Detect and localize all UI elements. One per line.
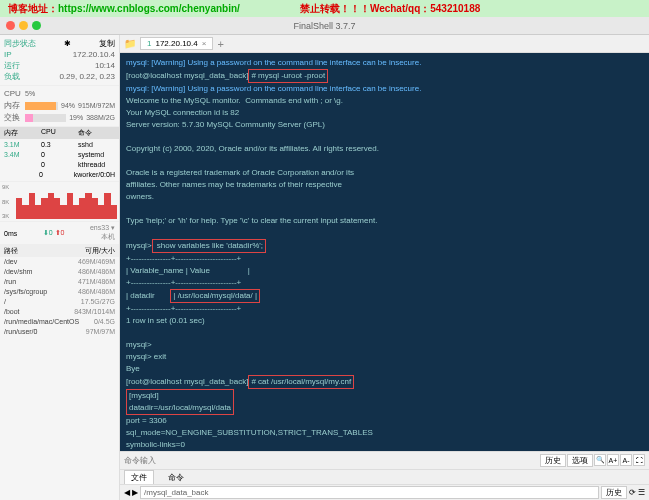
url-value: https://www.cnblogs.com/chenyanbin/ xyxy=(58,3,240,14)
path-field[interactable]: /mysql_data_back xyxy=(140,486,599,499)
command-input-bar: 历史 选项 🔍 A+ A- ⛶ xyxy=(120,451,649,469)
menu-icon[interactable]: ☰ xyxy=(638,488,645,497)
mem-label: 内存 xyxy=(4,100,22,112)
load-label: 负载 xyxy=(4,71,20,82)
tab-session[interactable]: 1172.20.10.4× xyxy=(140,37,213,50)
mem-bar xyxy=(25,102,58,110)
folder-icon[interactable]: 📁 xyxy=(124,38,136,49)
tabs: 📁 1172.20.10.4× + xyxy=(120,35,649,53)
latency: 0ms xyxy=(4,230,17,237)
minimize-icon[interactable] xyxy=(19,21,28,30)
disk-row[interactable]: /sys/fs/cgroup486M/486M xyxy=(4,287,115,297)
cpu-label: CPU xyxy=(4,88,22,100)
swap-sz: 388M/2G xyxy=(86,112,115,124)
swap-bar xyxy=(25,114,66,122)
disk-row[interactable]: /dev/shm486M/486M xyxy=(4,267,115,277)
sidebar: 同步状态✱复制 IP172.20.10.4 运行10:14 负载0.29, 0.… xyxy=(0,35,120,500)
close-icon[interactable] xyxy=(6,21,15,30)
h-cmd: 命令 xyxy=(78,128,115,138)
proc-row[interactable]: 0kthreadd xyxy=(4,160,115,170)
tab-files[interactable]: 文件 xyxy=(124,470,154,484)
content: 📁 1172.20.10.4× + mysql: [Warning] Using… xyxy=(120,35,649,500)
path-history-button[interactable]: 历史 xyxy=(601,486,627,499)
cpu-chart: 9K8K3K xyxy=(0,182,119,222)
sync-status: 同步状态 xyxy=(4,38,36,49)
url-label: 博客地址： xyxy=(8,2,58,16)
maximize-icon[interactable] xyxy=(32,21,41,30)
mem-pct: 94% xyxy=(61,100,75,112)
sync-panel: 同步状态✱复制 IP172.20.10.4 运行10:14 负载0.29, 0.… xyxy=(0,35,119,86)
disk-list: /dev469M/469M /dev/shm486M/486M /run471M… xyxy=(0,257,119,337)
h-mem: 内存 xyxy=(4,128,41,138)
expand-icon[interactable]: ⛶ xyxy=(633,454,645,466)
copy-btn[interactable]: 复制 xyxy=(99,38,115,49)
ip-label: IP xyxy=(4,49,12,60)
disk-row[interactable]: /boot843M/1014M xyxy=(4,307,115,317)
disk-row[interactable]: /dev469M/469M xyxy=(4,257,115,267)
proc-row[interactable]: 3.4M0systemd xyxy=(4,150,115,160)
refresh-icon[interactable]: ⟳ xyxy=(629,488,636,497)
disk-row[interactable]: /run/user/097M/97M xyxy=(4,327,115,337)
path-bar: ◀ ▶ /mysql_data_back 历史 ⟳ ☰ xyxy=(120,484,649,500)
proc-list: 3.1M0.3sshd 3.4M0systemd 0kthreadd 0kwor… xyxy=(0,139,119,182)
back-icon[interactable]: ◀ xyxy=(124,488,130,497)
font-minus-icon[interactable]: A- xyxy=(620,454,632,466)
command-input[interactable] xyxy=(124,456,540,465)
proc-row[interactable]: 0kworker/0:0H xyxy=(4,170,115,180)
banner: 博客地址： https://www.cnblogs.com/chenyanbin… xyxy=(0,0,649,17)
file-tabs: 文件 命令 xyxy=(120,469,649,484)
history-button[interactable]: 历史 xyxy=(540,454,566,467)
disk-row[interactable]: /run/media/mac/CentOS0/4.5G xyxy=(4,317,115,327)
swap-pct: 19% xyxy=(69,112,83,124)
net-panel: 0ms ⬇0 ⬆0 ens33 ▾本机 xyxy=(0,222,119,245)
titlebar: FinalShell 3.7.7 xyxy=(0,17,649,35)
tab-commands[interactable]: 命令 xyxy=(162,471,190,484)
run-label: 运行 xyxy=(4,60,20,71)
eth-select[interactable]: ens33 ▾ xyxy=(90,224,115,232)
window-title: FinalShell 3.7.7 xyxy=(293,21,355,31)
ip-value: 172.20.10.4 xyxy=(73,49,115,60)
add-tab-icon[interactable]: + xyxy=(217,38,223,50)
options-button[interactable]: 选项 xyxy=(567,454,593,467)
disk-row[interactable]: /17.5G/27G xyxy=(4,297,115,307)
cpu-pct: 5% xyxy=(25,88,35,100)
traffic-lights xyxy=(6,21,41,30)
disk-header: 路径可用/大小 xyxy=(0,245,119,257)
search-icon[interactable]: 🔍 xyxy=(594,454,606,466)
load-value: 0.29, 0.22, 0.23 xyxy=(59,71,115,82)
swap-label: 交换 xyxy=(4,112,22,124)
forward-icon[interactable]: ▶ xyxy=(132,488,138,497)
local-label: 本机 xyxy=(90,232,115,242)
disk-row[interactable]: /run471M/486M xyxy=(4,277,115,287)
upload-icon: ⬆0 xyxy=(55,229,65,236)
sync-icon: ✱ xyxy=(64,38,71,49)
font-plus-icon[interactable]: A+ xyxy=(607,454,619,466)
run-value: 10:14 xyxy=(95,60,115,71)
mem-sz: 915M/972M xyxy=(78,100,115,112)
proc-row[interactable]: 3.1M0.3sshd xyxy=(4,140,115,150)
h-cpu: CPU xyxy=(41,128,78,138)
terminal[interactable]: mysql: [Warning] Using a password on the… xyxy=(120,53,649,451)
close-tab-icon[interactable]: × xyxy=(202,39,207,48)
warn-text: 禁止转载！！！Wechat/qq：543210188 xyxy=(300,2,480,16)
proc-header: 内存CPU命令 xyxy=(0,127,119,139)
stats-panel: CPU5% 内存94%915M/972M 交换19%388M/2G xyxy=(0,86,119,127)
download-icon: ⬇0 xyxy=(43,229,53,236)
